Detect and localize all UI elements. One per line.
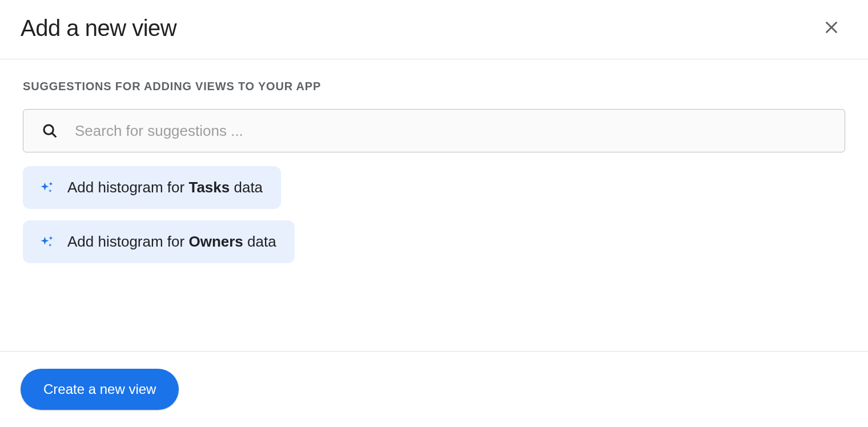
dialog-header: Add a new view (0, 0, 868, 59)
sparkle-icon (39, 180, 55, 196)
suggestions-heading: SUGGESTIONS FOR ADDING VIEWS TO YOUR APP (23, 80, 845, 93)
suggestion-owners-histogram[interactable]: Add histogram for Owners data (23, 220, 295, 263)
dialog-title: Add a new view (21, 15, 176, 41)
sparkle-icon (39, 234, 55, 250)
suggestion-label: Add histogram for Owners data (67, 233, 276, 251)
svg-point-2 (44, 125, 53, 134)
search-input[interactable] (23, 109, 845, 152)
dialog-content: SUGGESTIONS FOR ADDING VIEWS TO YOUR APP… (0, 59, 868, 263)
close-button[interactable] (818, 14, 845, 43)
suggestion-tasks-histogram[interactable]: Add histogram for Tasks data (23, 166, 281, 209)
search-wrapper (23, 109, 845, 152)
svg-line-3 (52, 133, 56, 137)
suggestion-label: Add histogram for Tasks data (67, 179, 263, 196)
create-view-button[interactable]: Create a new view (21, 369, 179, 410)
dialog-footer: Create a new view (0, 351, 868, 427)
suggestions-list: Add histogram for Tasks data Add histogr… (23, 166, 845, 263)
search-icon (41, 122, 58, 139)
close-icon (822, 18, 841, 38)
